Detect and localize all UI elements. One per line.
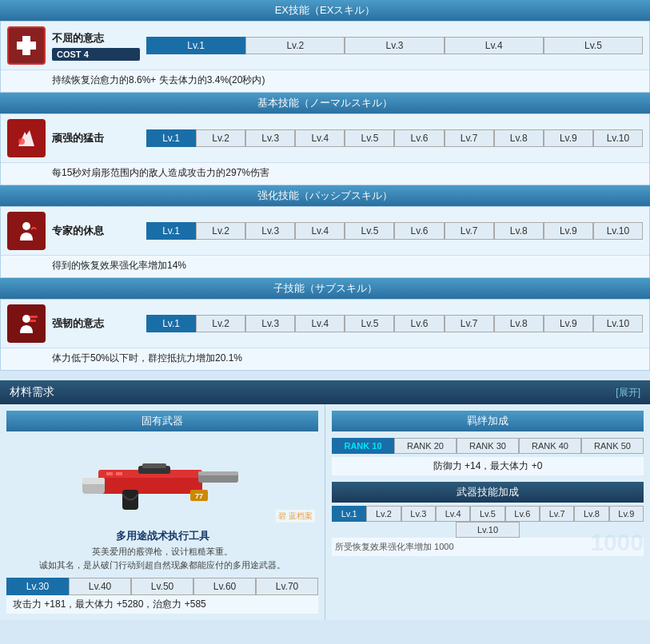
- sub-skill-header: 子技能（サブスキル）: [0, 278, 650, 299]
- weapon-column: 固有武器: [0, 404, 325, 620]
- sub-level-btn-2[interactable]: Lv.3: [245, 315, 295, 332]
- rank-description: 防御力 +14，最大体力 +0: [332, 457, 644, 475]
- ex-cost-badge: COST 4: [52, 48, 140, 61]
- se-level-btn-5[interactable]: Lv.6: [505, 506, 540, 522]
- svg-point-2: [18, 138, 25, 145]
- passive-skill-name: 专家的休息: [52, 224, 140, 238]
- weapon-level-desc: 攻击力 +181，最大体力 +5280，治愈力 +585: [6, 595, 318, 614]
- weapon-level-row: Lv.30Lv.40Lv.50Lv.60Lv.70: [6, 578, 318, 595]
- passive-skill-desc: 得到的恢复效果强化率增加14%: [1, 255, 649, 277]
- ex-level-btn-4[interactable]: Lv.5: [544, 37, 643, 54]
- sub-level-btn-4[interactable]: Lv.5: [345, 315, 394, 332]
- watermark: 碧 蓝档案: [276, 510, 315, 523]
- svg-text:77: 77: [195, 492, 203, 500]
- weapon-level-btn-0[interactable]: Lv.30: [6, 578, 69, 595]
- weapon-level-btn-4[interactable]: Lv.70: [256, 578, 318, 595]
- basic-skill-block: 顽强的猛击 Lv.1Lv.2Lv.3Lv.4Lv.5Lv.6Lv.7Lv.8Lv…: [0, 113, 650, 185]
- ex-level-btn-1[interactable]: Lv.2: [245, 37, 345, 54]
- ex-level-btn-3[interactable]: Lv.4: [445, 37, 544, 54]
- ex-level-btn-0[interactable]: Lv.1: [146, 37, 245, 54]
- svg-rect-17: [116, 472, 122, 475]
- rank-btn-4[interactable]: RANK 50: [581, 438, 644, 454]
- basic-level-btn-0[interactable]: Lv.1: [146, 129, 196, 147]
- sub-skill-row: 强韧的意志 Lv.1Lv.2Lv.3Lv.4Lv.5Lv.6Lv.7Lv.8Lv…: [1, 300, 649, 348]
- ex-skill-name: 不屈的意志: [52, 31, 140, 46]
- weapon-level-btn-2[interactable]: Lv.50: [131, 578, 193, 595]
- svg-point-3: [22, 222, 30, 230]
- sub-level-btn-8[interactable]: Lv.9: [544, 315, 593, 332]
- ex-skill-name-col: 不屈的意志 COST 4: [52, 31, 140, 61]
- expand-button[interactable]: [展开]: [616, 386, 640, 400]
- basic-icon-svg: [14, 125, 39, 151]
- ex-level-btn-2[interactable]: Lv.3: [345, 37, 444, 54]
- se-level-10[interactable]: Lv.10: [456, 522, 520, 538]
- basic-level-btn-3[interactable]: Lv.4: [295, 129, 345, 147]
- passive-level-btn-2[interactable]: Lv.3: [245, 222, 295, 240]
- materials-header: 材料需求 [展开]: [0, 380, 650, 404]
- basic-level-btn-4[interactable]: Lv.5: [345, 129, 394, 147]
- basic-skill-row: 顽强的猛击 Lv.1Lv.2Lv.3Lv.4Lv.5Lv.6Lv.7Lv.8Lv…: [1, 114, 649, 162]
- bond-column: 羁绊加成 RANK 10RANK 20RANK 30RANK 40RANK 50…: [325, 404, 650, 620]
- passive-skill-name-col: 专家的休息: [52, 224, 140, 238]
- se-level-btn-2[interactable]: Lv.3: [401, 506, 436, 522]
- sub-skill-name: 强韧的意志: [52, 316, 140, 331]
- passive-level-btn-9[interactable]: Lv.10: [593, 222, 643, 240]
- sub-level-btn-3[interactable]: Lv.4: [295, 315, 345, 332]
- passive-level-btn-6[interactable]: Lv.7: [445, 222, 494, 240]
- rank-btn-3[interactable]: RANK 40: [519, 438, 581, 454]
- passive-level-btn-1[interactable]: Lv.2: [196, 222, 245, 240]
- se-level-btn-3[interactable]: Lv.4: [436, 506, 470, 522]
- ex-skill-header: EX技能（EXスキル）: [0, 0, 650, 21]
- se-level-btn-6[interactable]: Lv.7: [540, 506, 574, 522]
- passive-level-btn-0[interactable]: Lv.1: [146, 222, 196, 240]
- sub-level-btn-7[interactable]: Lv.8: [494, 315, 544, 332]
- passive-level-btn-5[interactable]: Lv.6: [394, 222, 444, 240]
- basic-level-btn-6[interactable]: Lv.7: [445, 129, 494, 147]
- passive-skill-icon: [7, 212, 46, 250]
- basic-level-btn-2[interactable]: Lv.3: [245, 129, 295, 147]
- basic-skill-desc: 每15秒对扇形范围内的敌人造成攻击力的297%伤害: [1, 162, 649, 185]
- basic-skill-name-col: 顽强的猛击: [52, 131, 140, 145]
- basic-level-btn-1[interactable]: Lv.2: [196, 129, 245, 147]
- ex-level-row: Lv.1Lv.2Lv.3Lv.4Lv.5: [146, 37, 643, 54]
- ex-skill-icon: [7, 26, 46, 65]
- ex-skill-desc: 持续恢复治愈力的8.6%+ 失去体力的3.4%(20秒内): [1, 70, 649, 92]
- sub-level-btn-6[interactable]: Lv.7: [445, 315, 494, 332]
- sub-skill-desc: 体力低于50%以下时，群控抵抗力增加20.1%: [1, 348, 649, 370]
- basic-skill-header: 基本技能（ノーマルスキル）: [0, 93, 650, 113]
- se-level-btn-8[interactable]: Lv.9: [609, 506, 644, 522]
- basic-skill-icon: [7, 119, 46, 157]
- svg-point-4: [22, 315, 30, 323]
- svg-rect-12: [82, 478, 105, 484]
- basic-level-row: Lv.1Lv.2Lv.3Lv.4Lv.5Lv.6Lv.7Lv.8Lv.9Lv.1…: [146, 129, 643, 147]
- basic-level-btn-8[interactable]: Lv.9: [544, 129, 593, 147]
- passive-skill-header: 强化技能（パッシブスキル）: [0, 185, 650, 206]
- sub-level-btn-9[interactable]: Lv.10: [593, 315, 643, 332]
- se-level-btn-4[interactable]: Lv.5: [470, 506, 504, 522]
- passive-level-btn-4[interactable]: Lv.5: [345, 222, 394, 240]
- rank-btn-0[interactable]: RANK 10: [332, 438, 394, 454]
- rank-btn-2[interactable]: RANK 30: [457, 438, 519, 454]
- svg-rect-10: [198, 471, 238, 475]
- se-level-btn-0[interactable]: Lv.1: [332, 506, 366, 522]
- passive-level-btn-7[interactable]: Lv.8: [494, 222, 544, 240]
- skill-enhance-header: 武器技能加成: [332, 482, 644, 503]
- basic-level-btn-7[interactable]: Lv.8: [494, 129, 544, 147]
- sub-level-btn-5[interactable]: Lv.6: [394, 315, 444, 332]
- se-level-btn-1[interactable]: Lv.2: [366, 506, 401, 522]
- passive-level-btn-8[interactable]: Lv.9: [544, 222, 593, 240]
- rank-btn-1[interactable]: RANK 20: [394, 438, 457, 454]
- svg-rect-15: [142, 463, 166, 468]
- basic-level-btn-5[interactable]: Lv.6: [394, 129, 444, 147]
- basic-level-btn-9[interactable]: Lv.10: [593, 129, 643, 147]
- sub-level-btn-0[interactable]: Lv.1: [146, 315, 196, 332]
- se-level-btn-7[interactable]: Lv.8: [574, 506, 608, 522]
- sub-level-btn-1[interactable]: Lv.2: [196, 315, 245, 332]
- weapon-level-btn-3[interactable]: Lv.60: [193, 578, 256, 595]
- se-description: 所受恢复效果强化率增加 1000 1000: [332, 538, 644, 556]
- passive-level-btn-3[interactable]: Lv.4: [295, 222, 345, 240]
- weapon-image-area: 77 碧 蓝档案: [6, 438, 318, 526]
- svg-rect-1: [17, 42, 36, 50]
- weapon-level-btn-1[interactable]: Lv.40: [69, 578, 131, 595]
- passive-skill-block: 专家的休息 Lv.1Lv.2Lv.3Lv.4Lv.5Lv.6Lv.7Lv.8Lv…: [0, 206, 650, 278]
